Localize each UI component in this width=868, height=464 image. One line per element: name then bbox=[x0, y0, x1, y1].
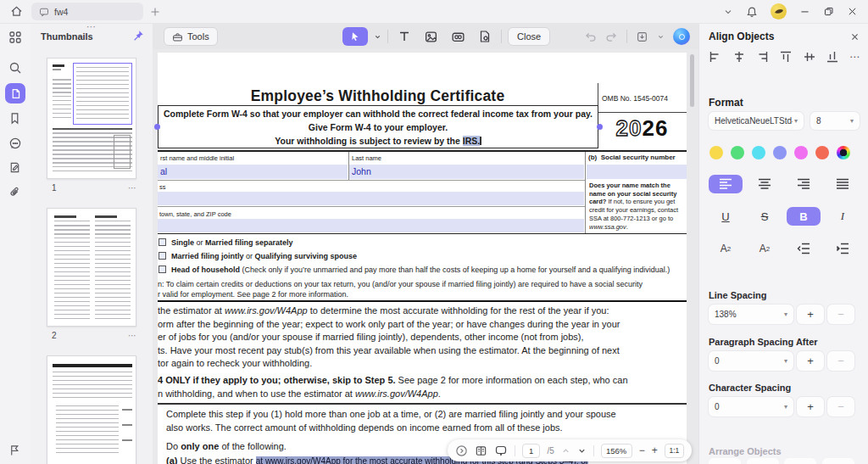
text-align-right-button[interactable] bbox=[787, 175, 821, 193]
link-tool-icon[interactable] bbox=[448, 30, 469, 44]
checkbox-married-jointly[interactable] bbox=[159, 252, 166, 260]
add-text-tool-icon[interactable] bbox=[394, 30, 415, 43]
color-swatch-green[interactable] bbox=[731, 146, 744, 159]
ai-assistant-icon[interactable] bbox=[673, 28, 690, 45]
page-thumbnail-3[interactable] bbox=[47, 355, 136, 464]
comments-icon[interactable] bbox=[8, 137, 22, 150]
align-center-horizontal-icon[interactable] bbox=[732, 50, 746, 64]
comment-mode-icon[interactable] bbox=[494, 444, 508, 457]
tools-button[interactable]: Tools bbox=[164, 27, 218, 46]
thumbnails-panel-button[interactable] bbox=[5, 83, 25, 103]
pdf-page[interactable]: Employee’s Withholding Certificate OMB N… bbox=[158, 53, 687, 464]
next-page-icon[interactable] bbox=[577, 446, 587, 456]
previous-page-icon[interactable] bbox=[561, 446, 570, 456]
checkbox-single[interactable] bbox=[159, 238, 166, 246]
character-spacing-decrease-button[interactable]: − bbox=[827, 397, 854, 416]
read-mode-flag-icon[interactable] bbox=[8, 444, 22, 457]
attachment-paperclip-icon[interactable] bbox=[8, 186, 22, 199]
page-thumbnail-1[interactable] bbox=[47, 58, 136, 179]
user-avatar[interactable] bbox=[771, 3, 787, 20]
expand-bar-icon[interactable] bbox=[455, 444, 468, 457]
paragraph-spacing-select[interactable]: 0▾ bbox=[709, 351, 793, 371]
add-image-tool-icon[interactable] bbox=[420, 30, 442, 44]
color-swatch-yellow[interactable] bbox=[709, 146, 723, 159]
chevron-down-icon[interactable] bbox=[723, 7, 733, 17]
character-spacing-increase-button[interactable]: + bbox=[797, 397, 824, 416]
text-align-center-button[interactable] bbox=[748, 175, 782, 193]
ssn-field[interactable] bbox=[587, 165, 687, 179]
select-tool-dropdown-icon[interactable] bbox=[374, 29, 381, 44]
align-top-icon[interactable] bbox=[779, 50, 793, 64]
font-size-select[interactable]: 8▾ bbox=[810, 112, 860, 130]
home-icon[interactable] bbox=[10, 5, 23, 18]
close-edit-button[interactable]: Close bbox=[508, 27, 550, 46]
restore-icon[interactable] bbox=[823, 6, 834, 17]
bold-button[interactable]: B bbox=[787, 207, 821, 226]
pin-panel-icon[interactable] bbox=[132, 30, 144, 45]
line-spacing-select[interactable]: 138%▾ bbox=[709, 305, 793, 324]
last-name-field[interactable] bbox=[349, 165, 584, 179]
arrange-button-1[interactable] bbox=[709, 458, 741, 464]
superscript-button[interactable]: A2 bbox=[709, 239, 743, 258]
zoom-out-icon[interactable]: − bbox=[639, 444, 645, 456]
page-settings-tool-icon[interactable] bbox=[475, 30, 495, 43]
page-more-icon[interactable]: ⋯ bbox=[128, 331, 136, 340]
arrange-button-3[interactable] bbox=[784, 458, 816, 464]
address-field[interactable] bbox=[158, 192, 584, 205]
strikethrough-button[interactable]: S bbox=[748, 207, 782, 226]
color-wheel-picker[interactable] bbox=[837, 146, 850, 159]
text-align-left-button[interactable] bbox=[709, 175, 743, 193]
decrease-indent-button[interactable] bbox=[787, 239, 821, 258]
vertical-scrollbar[interactable] bbox=[690, 54, 694, 107]
page-number-input[interactable]: 1 bbox=[522, 444, 540, 458]
notification-bell-icon[interactable] bbox=[746, 6, 758, 18]
page-more-icon[interactable]: ⋯ bbox=[128, 183, 136, 193]
align-left-icon[interactable] bbox=[709, 50, 722, 64]
new-tab-icon[interactable] bbox=[150, 7, 160, 17]
zoom-level[interactable]: 156% bbox=[601, 444, 632, 458]
increase-indent-button[interactable] bbox=[826, 239, 860, 258]
paragraph-spacing-increase-button[interactable]: + bbox=[797, 351, 824, 371]
annotations-file-icon[interactable] bbox=[8, 161, 22, 175]
align-bottom-icon[interactable] bbox=[826, 50, 839, 64]
undo-icon[interactable] bbox=[584, 31, 597, 43]
save-icon[interactable] bbox=[636, 31, 648, 43]
color-swatch-periwinkle[interactable] bbox=[773, 146, 787, 159]
bookmark-icon[interactable] bbox=[8, 112, 22, 126]
minimize-icon[interactable] bbox=[799, 6, 810, 17]
arrange-button-2[interactable] bbox=[747, 458, 779, 464]
intro-textbox[interactable]: Complete Form W-4 so that your employer … bbox=[158, 105, 598, 148]
arrange-button-4[interactable] bbox=[822, 458, 854, 464]
italic-button[interactable]: I bbox=[826, 207, 860, 226]
checkbox-head-of-household[interactable] bbox=[159, 266, 166, 273]
font-family-select[interactable]: HelveticaNeueLTStd-Bd▾ bbox=[709, 112, 804, 130]
grid-apps-icon[interactable] bbox=[8, 31, 22, 44]
zoom-in-icon[interactable]: + bbox=[652, 444, 658, 456]
search-icon[interactable] bbox=[8, 61, 22, 75]
underline-button[interactable]: U bbox=[709, 207, 743, 226]
paragraph-spacing-decrease-button[interactable]: − bbox=[827, 351, 854, 371]
select-tool-button[interactable] bbox=[342, 27, 368, 46]
character-spacing-select[interactable]: 0▾ bbox=[709, 397, 793, 416]
document-tab[interactable]: fw4 bbox=[31, 3, 143, 20]
line-spacing-decrease-button[interactable]: − bbox=[827, 305, 854, 324]
subscript-button[interactable]: A2 bbox=[748, 239, 782, 258]
first-name-field[interactable] bbox=[158, 165, 348, 179]
color-swatch-cyan[interactable] bbox=[752, 146, 765, 159]
color-swatch-magenta[interactable] bbox=[794, 146, 808, 159]
align-middle-vertical-icon[interactable] bbox=[803, 50, 816, 64]
line-spacing-increase-button[interactable]: + bbox=[797, 305, 824, 324]
actual-size-button[interactable]: 1:1 bbox=[665, 444, 684, 458]
city-field[interactable] bbox=[158, 219, 584, 232]
more-align-options-icon[interactable]: ⋯ bbox=[849, 51, 860, 63]
close-panel-icon[interactable] bbox=[850, 30, 860, 45]
page-layout-icon[interactable] bbox=[475, 444, 487, 457]
page-thumbnail-2[interactable] bbox=[47, 208, 136, 327]
align-right-icon[interactable] bbox=[755, 50, 769, 64]
redo-icon[interactable] bbox=[605, 31, 618, 43]
text-align-justify-button[interactable] bbox=[826, 175, 860, 193]
save-dropdown-icon[interactable] bbox=[657, 33, 665, 41]
selection-handle-right[interactable] bbox=[597, 124, 603, 130]
close-window-icon[interactable] bbox=[847, 6, 858, 17]
color-swatch-red[interactable] bbox=[815, 146, 829, 159]
